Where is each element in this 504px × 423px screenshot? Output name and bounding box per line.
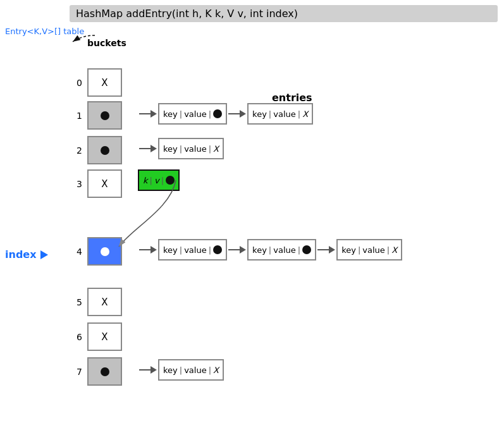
entries-label: entries (272, 92, 312, 104)
entry-row-2: key| value| X (138, 138, 224, 159)
bucket-row-7: 7 (63, 357, 122, 386)
index-text: index (5, 248, 37, 261)
entry-node-4-2: key| value| X (336, 239, 402, 261)
entry-node-3-new: k | v | (138, 169, 180, 191)
bucket-cell-2 (87, 136, 122, 164)
row-number-5: 5 (63, 297, 82, 307)
entry-bullet-3 (166, 176, 175, 185)
bucket-row-1: 1 (63, 101, 122, 130)
index-arrow-icon (40, 250, 48, 259)
arrow-1-1 (228, 110, 246, 118)
main-container: HashMap addEntry(int h, K k, V v, int in… (0, 0, 504, 423)
entry-bullet-4-1 (302, 245, 311, 254)
bullet-7 (101, 367, 109, 376)
bucket-row-5: 5 X (63, 288, 122, 316)
cell-content-6: X (101, 331, 108, 343)
bucket-cell-6: X (87, 322, 122, 351)
entry-row-7: key| value| X (138, 359, 224, 381)
entry-node-4-1: key| value| (247, 239, 316, 261)
row-number-3: 3 (63, 179, 82, 189)
row-number-1: 1 (63, 111, 82, 121)
bucket-cell-1 (87, 101, 122, 130)
bucket-row-6: 6 X (63, 322, 122, 351)
entry-node-1-0: key| value| (158, 103, 227, 125)
index-label: index (5, 248, 48, 261)
entry-node-1-1: key| value| X (247, 103, 313, 125)
buckets-label: buckets (87, 38, 126, 48)
row-number-0: 0 (63, 78, 82, 88)
entry-bullet-1-0 (213, 109, 222, 118)
bucket-row-3: 3 X (63, 169, 122, 198)
row-number-6: 6 (63, 332, 82, 342)
cell-content-3: X (101, 178, 108, 190)
row-number-7: 7 (63, 367, 82, 377)
table-label: Entry<K,V>[] table (5, 27, 84, 36)
entry-row-3: k | v | (138, 169, 180, 191)
arrow-7-0 (139, 366, 157, 374)
entry-row-4: key| value| key| value| key| value| X (138, 239, 402, 261)
bucket-row-2: 2 (63, 136, 122, 164)
entry-node-4-0: key| value| (158, 239, 227, 261)
bucket-cell-5: X (87, 288, 122, 316)
bucket-cell-0: X (87, 68, 122, 97)
row-number-4: 4 (63, 247, 82, 257)
arrow-4-0 (139, 246, 157, 254)
entry-node-2-0: key| value| X (158, 138, 224, 159)
row-number-2: 2 (63, 145, 82, 156)
bucket-cell-4 (87, 237, 122, 266)
arrow-4-2 (317, 246, 335, 254)
bucket-cell-3: X (87, 169, 122, 198)
entry-bullet-4-0 (213, 245, 222, 254)
bucket-cell-7 (87, 357, 122, 386)
arrow-2-0 (139, 145, 157, 152)
arrow-1-0 (139, 110, 157, 118)
cell-content-0: X (101, 77, 108, 89)
bucket-row-4: 4 (63, 237, 122, 266)
title-bar: HashMap addEntry(int h, K k, V v, int in… (70, 5, 498, 22)
cell-content-5: X (101, 297, 108, 308)
entry-node-7-0: key| value| X (158, 359, 224, 381)
bucket-row-0: 0 X (63, 68, 122, 97)
bullet-1 (101, 111, 109, 120)
arrow-4-1 (228, 246, 246, 254)
entry-row-1: key| value| key| value| X (138, 103, 313, 125)
bullet-4 (101, 247, 109, 256)
bullet-2 (101, 146, 109, 155)
